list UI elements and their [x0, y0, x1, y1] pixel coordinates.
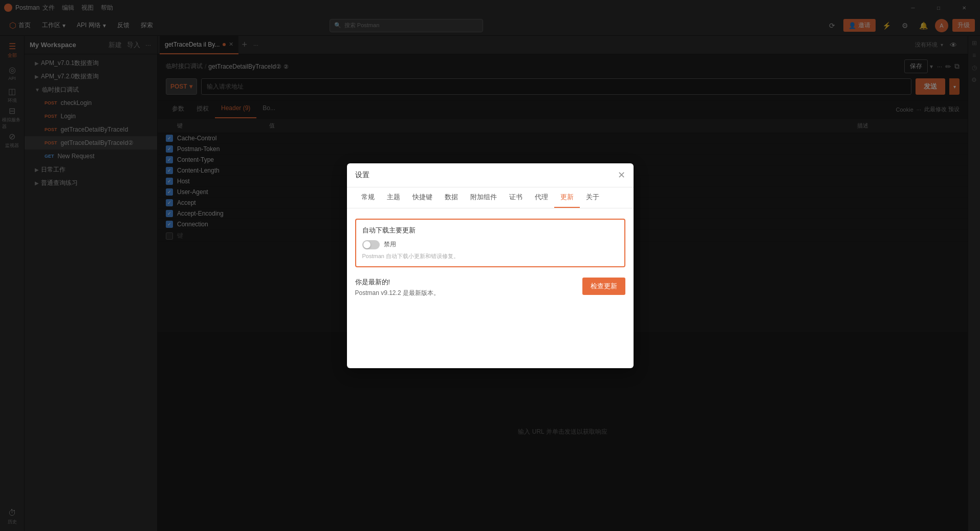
- modal-tab-about[interactable]: 关于: [580, 187, 605, 208]
- modal-tab-shortcuts[interactable]: 快捷键: [406, 187, 439, 208]
- auto-download-section: 自动下载主要更新 禁用 Postman 自动下载小更新和错误修复。: [355, 219, 625, 267]
- uptodate-desc: Postman v9.12.2 是最新版本。: [355, 289, 440, 298]
- modal-body: 自动下载主要更新 禁用 Postman 自动下载小更新和错误修复。 你是最新的!…: [347, 208, 634, 368]
- check-update-button[interactable]: 检查更新: [582, 278, 625, 295]
- settings-modal: 设置 ✕ 常规 主题 快捷键 数据 附加组件 证书 代理 更新 关于 自动下载主…: [347, 163, 634, 368]
- modal-tab-certs[interactable]: 证书: [503, 187, 529, 208]
- modal-tab-general[interactable]: 常规: [355, 187, 381, 208]
- modal-tabs: 常规 主题 快捷键 数据 附加组件 证书 代理 更新 关于: [347, 187, 634, 208]
- uptodate-title: 你是最新的!: [355, 278, 440, 287]
- modal-tab-update[interactable]: 更新: [554, 187, 580, 208]
- modal-tab-proxy[interactable]: 代理: [529, 187, 554, 208]
- modal-tab-data[interactable]: 数据: [439, 187, 464, 208]
- toggle-knob: [363, 241, 371, 248]
- modal-overlay[interactable]: 设置 ✕ 常规 主题 快捷键 数据 附加组件 证书 代理 更新 关于 自动下载主…: [0, 0, 980, 531]
- modal-tab-addons[interactable]: 附加组件: [464, 187, 503, 208]
- auto-download-title: 自动下载主要更新: [362, 226, 618, 235]
- modal-tab-theme[interactable]: 主题: [381, 187, 406, 208]
- modal-title: 设置: [355, 171, 618, 180]
- modal-close-btn[interactable]: ✕: [618, 169, 625, 181]
- modal-header: 设置 ✕: [347, 163, 634, 187]
- toggle-label: 禁用: [384, 240, 396, 249]
- toggle-row: 禁用: [362, 240, 618, 249]
- toggle-hint: Postman 自动下载小更新和错误修复。: [362, 252, 618, 260]
- uptodate-section: 你是最新的! Postman v9.12.2 是最新版本。 检查更新: [355, 278, 625, 298]
- auto-update-toggle[interactable]: [362, 240, 380, 249]
